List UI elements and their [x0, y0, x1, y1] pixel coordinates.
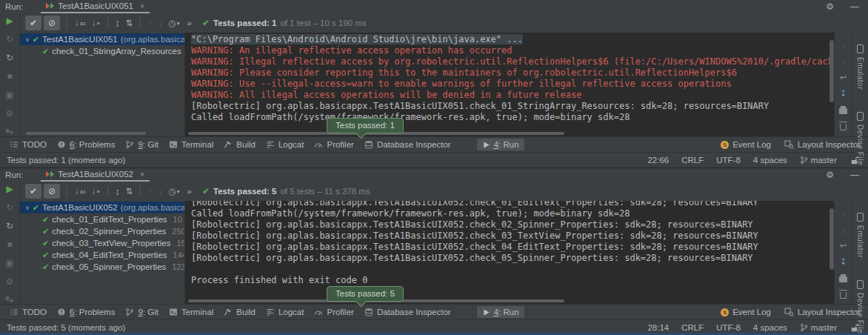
- toolwindow-logcat[interactable]: Logcat: [261, 139, 310, 150]
- caret-position[interactable]: 28:14: [647, 323, 669, 332]
- collapse-all-icon[interactable]: ⇅: [126, 186, 133, 196]
- status-message[interactable]: Tests passed: 1 (moments ago): [7, 156, 125, 165]
- line-ending[interactable]: CRLF: [681, 323, 704, 332]
- sort-by-duration-icon[interactable]: ↓≡: [92, 19, 100, 27]
- dock-emulator-button[interactable]: Emulator: [856, 44, 864, 90]
- toolwindow-build[interactable]: Build: [218, 306, 261, 318]
- toolwindow-build[interactable]: Build: [218, 139, 261, 150]
- collapse-all-icon[interactable]: ⇅: [126, 18, 133, 28]
- indent-setting[interactable]: 4 spaces: [753, 323, 787, 332]
- test-tree-row[interactable]: ✔ check_04_EditText_Properties 144 ms: [20, 249, 184, 261]
- test-tree-row[interactable]: ∨ ✔ TestA1BasicUIX052 (org.aplas.basica …: [20, 202, 184, 213]
- test-tree-row[interactable]: ∨ ✔ TestA1BasicUIX051 (org.aplas.basica …: [20, 33, 184, 45]
- rerun-icon[interactable]: ↻: [6, 202, 13, 213]
- git-branch-widget[interactable]: master: [800, 323, 837, 332]
- line-ending[interactable]: CRLF: [681, 156, 704, 165]
- event-log-button[interactable]: S Event Log: [721, 140, 771, 149]
- toolwindow-git[interactable]: 9: Git: [120, 306, 164, 318]
- show-passed-toggle[interactable]: ✔: [25, 16, 41, 30]
- test-settings-icon[interactable]: ⚙: [6, 276, 14, 287]
- next-occurrence-icon[interactable]: ↓: [158, 19, 163, 27]
- dock-emulator-button[interactable]: Emulator: [856, 213, 864, 258]
- rerun-failed-tests-icon[interactable]: ↻: [6, 221, 13, 231]
- toolwindow-profiler[interactable]: Profiler: [309, 139, 358, 150]
- scroll-to-end-icon[interactable]: ↧: [840, 257, 847, 267]
- clear-console-icon[interactable]: [840, 124, 847, 130]
- settings-gear-icon[interactable]: ⚙: [826, 170, 834, 180]
- tree-chevron-icon[interactable]: ∨: [25, 36, 30, 43]
- status-message[interactable]: Tests passed: 5 (moments ago): [7, 323, 125, 332]
- rerun-tests-button[interactable]: ▶: [6, 184, 13, 194]
- down-stacktrace-icon[interactable]: ↓: [841, 225, 846, 234]
- console-vertical-scrollbar[interactable]: [829, 40, 834, 102]
- tree-chevron-icon[interactable]: ∨: [25, 205, 30, 211]
- toolwindow-database-inspector[interactable]: Database Inspector: [359, 306, 456, 318]
- settings-gear-icon[interactable]: ⚙: [826, 1, 834, 12]
- test-tree-row[interactable]: ✔ check_01_StringArray_Resources 10 s 19…: [20, 45, 184, 57]
- file-encoding[interactable]: UTF-8: [716, 156, 741, 165]
- close-tab-icon[interactable]: ×: [140, 170, 144, 179]
- soft-wrap-icon[interactable]: ↩: [840, 241, 847, 251]
- test-tree-row[interactable]: ✔ check_05_Spinner_Properties 123 ms: [20, 261, 184, 273]
- toolbar-more-icon[interactable]: »: [187, 187, 192, 196]
- toolwindow-terminal[interactable]: Terminal: [164, 306, 218, 318]
- down-stacktrace-icon[interactable]: ↓: [841, 57, 846, 66]
- toolwindow-profiler[interactable]: Profiler: [309, 306, 358, 318]
- toolwindow-run[interactable]: 4: Run: [477, 139, 524, 150]
- previous-occurrence-icon[interactable]: ↑: [148, 187, 153, 196]
- minimize-icon[interactable]: —: [850, 1, 859, 12]
- rerun-failed-tests-icon[interactable]: ↻: [6, 53, 13, 63]
- indent-setting[interactable]: 4 spaces: [753, 156, 787, 165]
- caret-position[interactable]: 22:66: [647, 156, 669, 165]
- layout-inspector-button[interactable]: Layout Inspector: [784, 140, 861, 149]
- toolwindow-database-inspector[interactable]: Database Inspector: [359, 139, 456, 150]
- stripe-more-icon[interactable]: »: [5, 293, 10, 302]
- expand-all-icon[interactable]: ↨: [116, 19, 120, 27]
- toolwindow-problems[interactable]: 6: Problems: [52, 139, 120, 150]
- rerun-icon[interactable]: ↻: [6, 34, 13, 44]
- event-log-button[interactable]: S Event Log: [721, 308, 771, 316]
- test-tree[interactable]: ∨ ✔ TestA1BasicUIX051 (org.aplas.basica …: [20, 33, 184, 136]
- console-output[interactable]: [Robolectric] org.aplas.basicappx.TestA1…: [184, 201, 834, 304]
- scroll-to-end-icon[interactable]: ↧: [840, 89, 847, 99]
- sort-by-duration-icon[interactable]: ↓≡: [92, 187, 100, 196]
- test-tree-row[interactable]: ✔ check_01_EditText_Properties 10 s 711 …: [20, 213, 184, 225]
- soft-wrap-icon[interactable]: ↩: [840, 73, 847, 82]
- test-history-icon[interactable]: ◷▾: [169, 186, 180, 196]
- dock-device-file-explorer-button[interactable]: Device File Explorer: [856, 112, 864, 168]
- toolwindow-run[interactable]: 4: Run: [477, 306, 524, 318]
- toolwindow-logcat[interactable]: Logcat: [261, 306, 310, 318]
- git-branch-widget[interactable]: master: [800, 156, 837, 165]
- up-stacktrace-icon[interactable]: ↑: [841, 210, 846, 219]
- test-tree[interactable]: ∨ ✔ TestA1BasicUIX052 (org.aplas.basica …: [20, 201, 184, 304]
- layout-inspector-button[interactable]: Layout Inspector: [784, 308, 861, 316]
- tree-horizontal-scrollbar[interactable]: [26, 132, 146, 135]
- test-settings-icon[interactable]: ⚙: [6, 108, 14, 119]
- screenshot-icon[interactable]: ▣: [5, 258, 13, 268]
- toolwindow-terminal[interactable]: Terminal: [164, 139, 218, 150]
- toolbar-more-icon[interactable]: »: [187, 19, 192, 27]
- stripe-more-icon[interactable]: »: [5, 126, 10, 134]
- stop-icon[interactable]: ■: [7, 71, 12, 82]
- run-tab[interactable]: TestA1BasicUIX052 ×: [41, 168, 150, 182]
- run-tab[interactable]: TestA1BasicUIX051 ×: [41, 0, 150, 13]
- previous-occurrence-icon[interactable]: ↑: [148, 19, 153, 27]
- sort-alphabetically-icon[interactable]: ↓az: [75, 19, 86, 27]
- expand-all-icon[interactable]: ↨: [116, 187, 120, 196]
- show-ignored-toggle[interactable]: ⊘: [44, 184, 60, 199]
- file-encoding[interactable]: UTF-8: [716, 323, 741, 332]
- close-tab-icon[interactable]: ×: [140, 1, 144, 10]
- screenshot-icon[interactable]: ▣: [5, 90, 13, 100]
- test-tree-row[interactable]: ✔ check_03_TextView_Properties 150 ms: [20, 237, 184, 249]
- tests-passed-balloon[interactable]: Tests passed: 1: [327, 118, 404, 133]
- test-tree-row[interactable]: ✔ check_02_Spinner_Properties 250 ms: [20, 225, 184, 237]
- print-console-icon[interactable]: [839, 276, 847, 282]
- minimize-icon[interactable]: —: [850, 170, 859, 180]
- toolwindow-todo[interactable]: TODO: [4, 306, 52, 318]
- sort-alphabetically-icon[interactable]: ↓az: [75, 187, 86, 196]
- toolwindow-git[interactable]: 9: Git: [120, 139, 164, 150]
- stop-icon[interactable]: ■: [7, 239, 12, 250]
- dock-device-file-explorer-button[interactable]: Device File Explorer: [856, 280, 864, 335]
- toolwindow-problems[interactable]: 6: Problems: [52, 306, 120, 318]
- tests-passed-balloon[interactable]: Tests passed: 5: [327, 286, 404, 302]
